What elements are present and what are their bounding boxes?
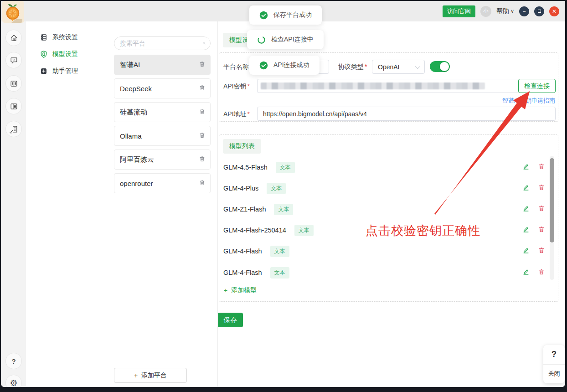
platform-search[interactable] [114,36,211,50]
toast-save-success: 保存平台成功 [249,5,322,25]
annotation-text: 点击校验密钥正确性 [366,222,480,239]
delete-icon[interactable] [538,163,545,172]
api-url-input[interactable]: https://open.bigmodel.cn/api/paas/v4 [257,107,556,121]
export-doc-icon[interactable] [5,121,22,137]
edit-icon[interactable] [522,205,530,214]
model-row: GLM-Z1-Flash 文本 [223,202,545,216]
trash-icon[interactable] [199,108,206,117]
model-list-header: 模型列表 [223,139,261,154]
api-key-label: API密钥* [223,83,250,91]
assistant-manage-icon [40,67,48,75]
model-type-badge: 文本 [274,204,293,215]
edit-icon[interactable] [522,268,530,277]
model-row: GLM-4-Plus 文本 [223,181,545,195]
toast-checking-api: 检查API连接中 [247,30,324,49]
model-row: GLM-4.5-Flash 文本 [223,160,545,174]
platform-name-label: 平台名称* [223,63,252,71]
user-avatar[interactable]: 小 [480,6,491,17]
delete-icon[interactable] [538,184,545,193]
platform-item[interactable]: Ollama [114,126,211,146]
save-button[interactable]: 保存 [218,313,243,327]
edit-icon[interactable] [522,184,530,193]
menu-item-assistant-manage[interactable]: 助手管理 [40,67,78,75]
help-menu[interactable]: 帮助 ∨ [496,7,514,15]
chevron-down-icon: ∨ [510,8,514,14]
delete-icon[interactable] [538,268,545,277]
search-input[interactable] [120,40,202,47]
platform-item[interactable]: 阿里百炼云 [114,150,211,170]
plus-icon: + [224,287,227,294]
enable-toggle[interactable] [430,61,450,72]
delete-icon[interactable] [538,247,545,256]
toast-api-success: API连接成功 [249,56,320,75]
search-icon [202,40,206,47]
system-settings-icon [40,33,48,41]
settings-menu: 系统设置 模型设置 助手管理 [26,21,110,387]
model-type-badge: 文本 [270,267,289,279]
maximize-button[interactable] [534,6,544,16]
menu-item-system-settings[interactable]: 系统设置 [40,33,78,41]
icon-rail: ? ⚙ [1,21,26,387]
edit-icon[interactable] [522,163,530,172]
api-url-label: API地址* [223,110,250,119]
scrollbar-thumb[interactable] [550,158,554,242]
delete-icon[interactable] [538,226,545,235]
question-icon[interactable]: ? [5,353,22,369]
masked-api-key [261,83,485,89]
close-button[interactable]: ✕ [549,6,559,16]
model-type-badge: 文本 [294,225,314,236]
trash-icon[interactable] [199,179,206,188]
platform-item[interactable]: openrouter [114,173,211,193]
add-model-button[interactable]: + 添加模型 [224,286,257,294]
check-circle-icon [259,61,268,70]
model-type-badge: 文本 [270,246,289,257]
edit-icon[interactable] [522,247,530,256]
maximize-icon [538,10,541,13]
model-type-badge: 文本 [276,162,295,173]
add-platform-button[interactable]: + 添加平台 [114,368,187,383]
platform-panel: 智谱AI DeepSeek 硅基流动 Ollama 阿里百炼云 openrout… [110,21,217,387]
help-close-button[interactable]: 关闭 [543,365,565,384]
notebook-icon[interactable] [5,98,22,114]
help-question-button[interactable]: ? [543,345,565,365]
platform-item[interactable]: 智谱AI [114,55,211,75]
model-row: GLM-4-Flash 文本 [223,244,545,258]
edit-icon[interactable] [522,226,530,235]
trash-icon[interactable] [199,61,206,69]
protocol-label: 协议类型* [338,63,367,71]
scrollbar-track[interactable] [550,156,554,280]
protocol-select[interactable]: OpenAI [372,60,425,74]
home-icon[interactable] [5,30,22,46]
select-caret-icon [415,63,420,68]
gear-icon[interactable]: ⚙ [5,375,22,387]
help-widget: ? 关闭 [543,345,565,383]
plus-icon: + [134,372,138,379]
platform-item[interactable]: 硅基流动 [114,102,211,122]
menu-item-model-settings[interactable]: 模型设置 [40,50,78,58]
model-row: GLM-4-Flash 文本 [223,266,545,279]
check-circle-icon [259,11,268,20]
library-icon[interactable] [5,75,22,92]
spinner-icon [257,36,266,44]
check-connection-button[interactable]: 检查连接 [518,79,556,93]
app-logo-icon [2,1,24,23]
trash-icon[interactable] [199,132,206,140]
trash-icon[interactable] [199,84,206,93]
app-window: 橙橙写作 - 写作不卡壳，橙橙帮你剥 ccxiezou.cn 访问官网 小 帮助… [1,1,565,387]
trash-icon[interactable] [199,155,206,164]
key-guide-link[interactable]: 智谱AI密钥申请指南 [502,97,555,105]
model-settings-icon [40,50,48,58]
platform-item[interactable]: DeepSeek [114,78,211,98]
visit-site-button[interactable]: 访问官网 [443,5,475,17]
model-type-badge: 文本 [267,183,286,194]
chat-icon[interactable] [5,52,22,68]
minimize-button[interactable]: − [519,6,529,16]
delete-icon[interactable] [538,205,545,214]
